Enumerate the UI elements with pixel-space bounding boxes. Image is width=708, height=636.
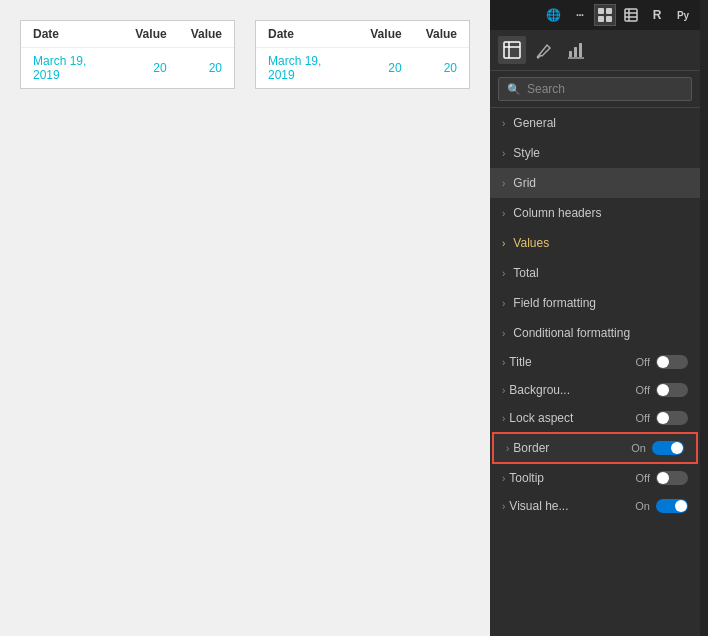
tooltip-toggle-status: Off — [636, 472, 650, 484]
tab-icons-bar — [490, 30, 700, 71]
cell-val1-2: 20 — [358, 48, 413, 89]
letter-py-icon[interactable]: Py — [672, 4, 694, 26]
lock-aspect-toggle-knob — [657, 412, 669, 424]
sidebar-item-conditional-formatting[interactable]: › Conditional formatting — [490, 318, 700, 348]
search-input-wrap[interactable]: 🔍 — [498, 77, 692, 101]
background-toggle-status: Off — [636, 384, 650, 396]
toggle-tooltip[interactable]: › Tooltip Off — [490, 464, 700, 492]
chevron-right-icon: › — [502, 148, 505, 159]
total-label: Total — [513, 266, 538, 280]
data-table-2: Date Value Value March 19, 2019 20 20 — [255, 20, 470, 89]
cell-date-2: March 19, 2019 — [256, 48, 358, 89]
chevron-right-icon: › — [506, 443, 509, 454]
chevron-right-icon: › — [502, 473, 505, 484]
sidebar-item-total[interactable]: › Total — [490, 258, 700, 288]
top-icon-bar: 🌐 ··· R Py — [490, 0, 700, 30]
svg-rect-13 — [579, 43, 582, 57]
col-header-date-1: Date — [21, 21, 123, 48]
table-row: March 19, 2019 20 20 — [21, 48, 234, 89]
table-row: March 19, 2019 20 20 — [256, 48, 469, 89]
visual-header-toggle-knob — [675, 500, 687, 512]
title-toggle-status: Off — [636, 356, 650, 368]
visual-header-toggle-label: Visual he... — [509, 499, 635, 513]
chevron-right-icon: › — [502, 501, 505, 512]
globe-icon[interactable]: 🌐 — [542, 4, 564, 26]
chevron-right-icon: › — [502, 118, 505, 129]
tables-container: Date Value Value March 19, 2019 20 20 — [20, 20, 470, 89]
chevron-right-icon: › — [502, 298, 505, 309]
svg-rect-0 — [598, 8, 604, 14]
background-toggle-switch[interactable] — [656, 383, 688, 397]
chevron-right-icon: › — [502, 413, 505, 424]
border-toggle-status: On — [631, 442, 646, 454]
search-icon: 🔍 — [507, 83, 521, 96]
data-table-1: Date Value Value March 19, 2019 20 20 — [20, 20, 235, 89]
main-content: Date Value Value March 19, 2019 20 20 — [0, 0, 490, 636]
scrollbar[interactable] — [700, 0, 708, 636]
toggle-background[interactable]: › Backgrou... Off — [490, 376, 700, 404]
grid-label: Grid — [513, 176, 536, 190]
svg-rect-4 — [625, 9, 637, 21]
sidebar-item-grid[interactable]: › Grid — [490, 168, 700, 198]
grid2-icon[interactable] — [620, 4, 642, 26]
sidebar-item-field-formatting[interactable]: › Field formatting — [490, 288, 700, 318]
col-header-value1-1: Value — [123, 21, 178, 48]
sidebar-item-values[interactable]: › Values — [490, 228, 700, 258]
border-toggle-label: Border — [513, 441, 631, 455]
table-icon[interactable] — [594, 4, 616, 26]
chevron-right-icon: › — [502, 208, 505, 219]
format-visual-tab[interactable] — [498, 36, 526, 64]
chevron-right-icon: › — [502, 178, 505, 189]
sidebar-item-style[interactable]: › Style — [490, 138, 700, 168]
style-label: Style — [513, 146, 540, 160]
search-bar: 🔍 — [490, 71, 700, 108]
toggle-lock-aspect[interactable]: › Lock aspect Off — [490, 404, 700, 432]
tooltip-toggle-label: Tooltip — [509, 471, 635, 485]
col-header-date-2: Date — [256, 21, 358, 48]
tooltip-toggle-switch[interactable] — [656, 471, 688, 485]
col-header-value2-1: Value — [179, 21, 234, 48]
title-toggle-switch[interactable] — [656, 355, 688, 369]
field-formatting-label: Field formatting — [513, 296, 596, 310]
sidebar-item-column-headers[interactable]: › Column headers — [490, 198, 700, 228]
chevron-right-icon: › — [502, 328, 505, 339]
paint-brush-tab[interactable] — [530, 36, 558, 64]
cell-val1-1: 20 — [123, 48, 178, 89]
col-header-value2-2: Value — [414, 21, 469, 48]
values-label: Values — [513, 236, 549, 250]
sidebar-item-general[interactable]: › General — [490, 108, 700, 138]
search-input[interactable] — [527, 82, 683, 96]
chevron-right-icon: › — [502, 268, 505, 279]
title-toggle-label: Title — [509, 355, 635, 369]
toggle-title[interactable]: › Title Off — [490, 348, 700, 376]
menu-items-list: › General › Style › Grid › Column header… — [490, 108, 700, 636]
svg-rect-3 — [606, 16, 612, 22]
lock-aspect-toggle-switch[interactable] — [656, 411, 688, 425]
svg-rect-2 — [598, 16, 604, 22]
lock-aspect-toggle-status: Off — [636, 412, 650, 424]
svg-rect-8 — [504, 42, 520, 58]
tooltip-toggle-knob — [657, 472, 669, 484]
background-toggle-knob — [657, 384, 669, 396]
column-headers-label: Column headers — [513, 206, 601, 220]
chevron-right-icon: › — [502, 385, 505, 396]
border-toggle-switch[interactable] — [652, 441, 684, 455]
svg-rect-11 — [569, 51, 572, 57]
title-toggle-knob — [657, 356, 669, 368]
analytics-tab[interactable] — [562, 36, 590, 64]
cell-val2-1: 20 — [179, 48, 234, 89]
visual-header-toggle-status: On — [635, 500, 650, 512]
svg-rect-1 — [606, 8, 612, 14]
chevron-right-icon: › — [502, 357, 505, 368]
border-toggle-knob — [671, 442, 683, 454]
cell-val2-2: 20 — [414, 48, 469, 89]
letter-r-icon[interactable]: R — [646, 4, 668, 26]
right-panel: 🌐 ··· R Py — [490, 0, 700, 636]
toggle-visual-header[interactable]: › Visual he... On — [490, 492, 700, 520]
cell-date-1: March 19, 2019 — [21, 48, 123, 89]
general-label: General — [513, 116, 556, 130]
toggle-border[interactable]: › Border On — [492, 432, 698, 464]
visual-header-toggle-switch[interactable] — [656, 499, 688, 513]
background-toggle-label: Backgrou... — [509, 383, 635, 397]
more-options-icon[interactable]: ··· — [568, 4, 590, 26]
